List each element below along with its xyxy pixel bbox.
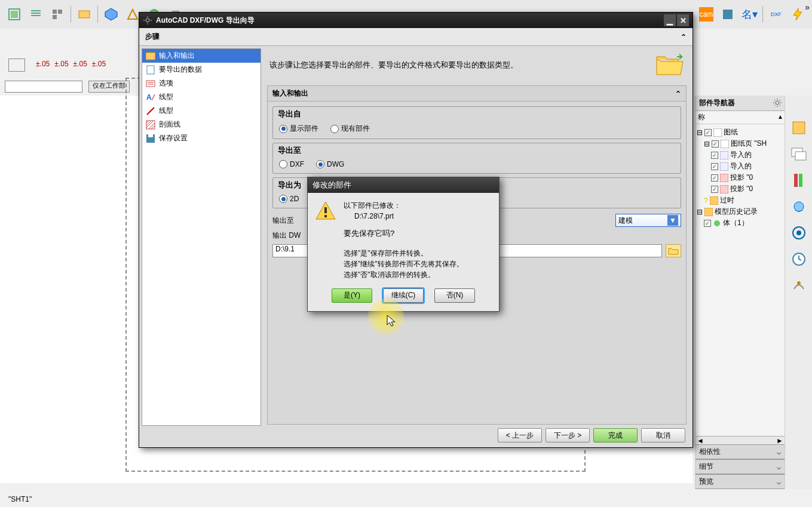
svg-rect-16: [720, 185, 728, 193]
strip-icon[interactable]: [790, 119, 807, 136]
prev-button[interactable]: < 上一步: [498, 428, 542, 443]
layer-dropdown[interactable]: [5, 81, 82, 93]
tree-node-outdated[interactable]: ? 过时: [697, 195, 783, 206]
tree-hscroll[interactable]: ◄►: [695, 436, 785, 444]
navigator-tree[interactable]: ⊟ ✓ 图纸 ⊟ ✓ 图纸页 "SH ✓ 导入的 ✓ 导入的 ✓ 投影 "0 ✓…: [695, 124, 785, 436]
work-part-only-button[interactable]: 仅在工作部: [88, 81, 130, 93]
tree-node-import[interactable]: ✓ 导入的: [697, 149, 783, 161]
radio-dwg[interactable]: DWG: [316, 160, 344, 168]
folder-icon: [668, 247, 679, 255]
strip-icon[interactable]: [790, 146, 807, 162]
tree-node-history[interactable]: ⊟ 模型历史记录: [697, 206, 783, 217]
step-save-settings[interactable]: 保存设置: [142, 131, 261, 145]
output-dwg-label: 输出 DW: [272, 231, 301, 241]
radio-existing-part[interactable]: 现有部件: [330, 124, 370, 134]
step-options[interactable]: 选项: [142, 76, 261, 90]
modal-hints: 选择"是"保存部件并转换。 选择"继续"转换部件而不先将其保存。 选择"否"取消…: [344, 248, 492, 280]
section-detail[interactable]: 细节⌵: [695, 459, 785, 474]
svg-point-26: [794, 202, 804, 211]
step-hatching[interactable]: 剖面线: [142, 118, 261, 131]
strip-icon[interactable]: [790, 198, 807, 215]
next-button[interactable]: 下一步 >: [546, 428, 590, 443]
wizard-titlebar[interactable]: AutoCAD DXF/DWG 导出向导 ▁ ✕: [139, 13, 693, 28]
tree-node-projection[interactable]: ✓ 投影 "0: [697, 183, 783, 195]
strip-icon[interactable]: [790, 277, 807, 294]
toolbar-icon-name[interactable]: 名▾: [740, 5, 759, 24]
strip-icon[interactable]: [790, 172, 807, 189]
svg-rect-13: [720, 151, 728, 159]
gear-icon: [143, 16, 152, 25]
svg-rect-1: [11, 11, 18, 18]
svg-rect-4: [53, 15, 57, 19]
section-preview[interactable]: 预览⌵: [695, 474, 785, 489]
toolbar-icon-cam[interactable]: cam: [697, 5, 716, 24]
output-to-label: 输出至: [272, 216, 294, 226]
svg-rect-15: [720, 174, 728, 182]
svg-rect-34: [146, 81, 155, 87]
tree-node-drawing[interactable]: ⊟ ✓ 图纸: [697, 127, 783, 138]
radio-2d[interactable]: 2D: [279, 195, 299, 203]
tree-node-projection[interactable]: ✓ 投影 "0: [697, 172, 783, 183]
no-button[interactable]: 否(N): [434, 288, 475, 303]
collapse-icon[interactable]: ⌃: [675, 90, 681, 98]
toolbar-icon[interactable]: [75, 5, 94, 24]
step-data-to-export[interactable]: 要导出的数据: [142, 63, 261, 76]
svg-rect-25: [799, 174, 802, 187]
panel-title-text: 部件导航器: [699, 98, 735, 108]
step-input-output[interactable]: 输入和输出: [142, 49, 261, 63]
minimize-button[interactable]: ▁: [664, 14, 676, 26]
svg-rect-39: [324, 207, 327, 213]
tree-header: 称 ▴: [695, 111, 785, 124]
wizard-steps-header: 步骤 ⌃: [139, 28, 693, 46]
svg-rect-10: [723, 10, 733, 19]
svg-text:A: A: [146, 93, 152, 102]
svg-rect-5: [79, 11, 90, 18]
radio-display-part[interactable]: 显示部件: [279, 124, 318, 134]
wizard-step-list: 输入和输出 要导出的数据 选项 A线型 线型 剖面线 保存设置: [142, 48, 261, 426]
output-to-select[interactable]: 建模 ▼: [615, 214, 681, 227]
svg-point-20: [776, 101, 779, 105]
toolbar-icon[interactable]: [26, 5, 45, 24]
cancel-button[interactable]: 取消: [641, 428, 685, 443]
tree-node-body[interactable]: ✓ 体（1）: [697, 217, 783, 229]
collapse-icon[interactable]: ⌃: [681, 33, 687, 41]
wizard-title-text: AutoCAD DXF/DWG 导出向导: [156, 16, 255, 26]
svg-rect-24: [794, 174, 798, 187]
svg-rect-40: [324, 215, 327, 217]
tree-node-import[interactable]: ✓ 导入的: [697, 161, 783, 172]
section-dependency[interactable]: 相依性⌵: [695, 444, 785, 459]
toolbar-icon[interactable]: [5, 5, 24, 24]
dropdown-arrow-icon: ▼: [667, 215, 678, 226]
continue-button[interactable]: 继续(C): [383, 288, 424, 303]
toolbar-icon[interactable]: [102, 5, 121, 24]
step-linetype[interactable]: A线型: [142, 90, 261, 104]
modal-message: 以下部件已修改： D:\7.28\7.prt: [344, 200, 401, 222]
toolbar-icon-dxf[interactable]: DXF: [767, 5, 786, 24]
tree-node-sheet[interactable]: ⊟ ✓ 图纸页 "SH: [697, 138, 783, 149]
gear-icon[interactable]: [771, 97, 783, 109]
toolbar-icon[interactable]: [718, 5, 737, 24]
svg-rect-3: [58, 10, 62, 14]
svg-rect-17: [710, 196, 718, 205]
svg-rect-38: [148, 134, 153, 137]
radio-dxf[interactable]: DXF: [279, 160, 304, 168]
strip-icon-clock[interactable]: [790, 251, 807, 268]
svg-text:cam: cam: [700, 10, 713, 19]
svg-point-19: [714, 220, 720, 226]
browse-button[interactable]: [666, 244, 681, 257]
step-linetype2[interactable]: 线型: [142, 104, 261, 118]
dimension-indicators: ±.05 ±.05 ±.05 ±.05: [36, 60, 106, 68]
toolbar-overflow-icon[interactable]: »: [805, 2, 810, 12]
toolbar-icon[interactable]: [48, 5, 67, 24]
section-title-io: 输入和输出 ⌃: [267, 85, 687, 101]
svg-rect-32: [146, 53, 155, 60]
toolbar-icon-lightning[interactable]: [788, 5, 807, 24]
finish-button[interactable]: 完成: [593, 428, 638, 443]
step-description: 该步骤让您选择要导出的部件、要导出的文件格式和要导出的数据类型。: [269, 60, 649, 70]
modified-parts-dialog: 修改的部件 以下部件已修改： D:\7.28\7.prt 要先保存它吗? 选择"…: [307, 177, 500, 312]
yes-button[interactable]: 是(Y): [332, 288, 372, 303]
viewport-indicator: [8, 59, 25, 72]
close-button[interactable]: ✕: [677, 14, 689, 26]
strip-icon[interactable]: [790, 225, 807, 241]
modal-titlebar[interactable]: 修改的部件: [308, 177, 499, 193]
